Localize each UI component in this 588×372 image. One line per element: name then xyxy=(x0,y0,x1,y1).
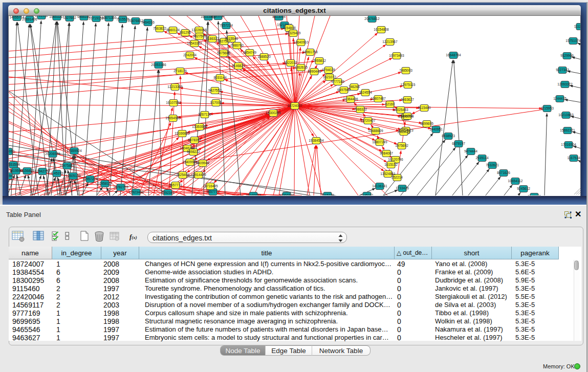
svg-text:252214: 252214 xyxy=(391,176,403,179)
svg-text:15716485: 15716485 xyxy=(203,184,218,188)
svg-text:10653267: 10653267 xyxy=(49,16,64,18)
svg-text:3915941: 3915941 xyxy=(9,174,15,178)
svg-text:1527602: 1527602 xyxy=(63,16,76,19)
svg-text:16961758: 16961758 xyxy=(302,50,318,54)
svg-text:9115460: 9115460 xyxy=(418,106,431,110)
svg-text:97366946: 97366946 xyxy=(279,193,294,195)
svg-text:16543362: 16543362 xyxy=(187,41,202,45)
svg-text:17016504: 17016504 xyxy=(561,143,576,146)
svg-text:9777169: 9777169 xyxy=(331,80,344,83)
svg-text:10210663: 10210663 xyxy=(558,113,574,117)
svg-text:7135241: 7135241 xyxy=(360,193,374,195)
svg-text:10046788: 10046788 xyxy=(180,146,195,150)
svg-text:10973493: 10973493 xyxy=(389,54,404,57)
svg-text:1362615: 1362615 xyxy=(294,65,308,69)
svg-text:1145193: 1145193 xyxy=(50,171,63,175)
svg-text:7986322: 7986322 xyxy=(354,107,367,111)
svg-text:8660124: 8660124 xyxy=(166,28,180,32)
svg-text:8990448: 8990448 xyxy=(308,70,321,73)
svg-text:7515526: 7515526 xyxy=(116,17,129,21)
svg-text:9427552: 9427552 xyxy=(208,89,222,92)
svg-text:12213967: 12213967 xyxy=(382,40,398,43)
svg-text:16120746: 16120746 xyxy=(388,158,403,161)
svg-text:15720407: 15720407 xyxy=(360,119,376,122)
svg-text:9227343: 9227343 xyxy=(556,68,569,72)
svg-text:13353594: 13353594 xyxy=(192,125,207,128)
svg-text:8454749: 8454749 xyxy=(243,51,256,54)
svg-text:1244415: 1244415 xyxy=(553,97,567,100)
svg-text:11156829: 11156829 xyxy=(20,169,35,172)
svg-text:8131054: 8131054 xyxy=(211,16,225,18)
svg-text:19166825: 19166825 xyxy=(175,132,190,135)
svg-text:6899695: 6899695 xyxy=(420,122,433,125)
svg-text:1615152: 1615152 xyxy=(384,163,398,166)
svg-text:10654112: 10654112 xyxy=(508,179,523,183)
svg-text:3215953: 3215953 xyxy=(540,106,554,110)
svg-text:14136141: 14136141 xyxy=(372,184,387,188)
svg-text:13226058: 13226058 xyxy=(191,28,207,32)
svg-text:5535061: 5535061 xyxy=(9,149,15,153)
svg-text:16671355: 16671355 xyxy=(101,16,117,19)
svg-text:6497568: 6497568 xyxy=(337,88,351,92)
svg-text:9464316: 9464316 xyxy=(141,20,155,24)
svg-text:14914479: 14914479 xyxy=(191,173,206,177)
svg-text:1975692: 1975692 xyxy=(395,144,408,147)
svg-text:2718176: 2718176 xyxy=(173,69,187,73)
svg-text:11325419: 11325419 xyxy=(286,31,301,35)
svg-text:7625402: 7625402 xyxy=(176,173,189,177)
svg-text:6794028: 6794028 xyxy=(322,68,335,72)
svg-text:16107552: 16107552 xyxy=(166,101,181,104)
svg-text:917006: 917006 xyxy=(210,101,222,104)
svg-text:20206576: 20206576 xyxy=(45,152,60,156)
svg-text:9657771: 9657771 xyxy=(206,190,220,193)
svg-text:17957225: 17957225 xyxy=(82,177,98,181)
svg-text:9245032: 9245032 xyxy=(528,194,541,195)
svg-text:9815546: 9815546 xyxy=(225,37,238,40)
svg-text:1621072: 1621072 xyxy=(323,75,336,79)
svg-text:19384554: 19384554 xyxy=(309,139,324,142)
svg-text:3624554: 3624554 xyxy=(359,91,372,94)
svg-text:19654985: 19654985 xyxy=(165,116,181,120)
svg-text:9245612: 9245612 xyxy=(517,187,530,190)
svg-text:3267130: 3267130 xyxy=(198,113,211,116)
svg-text:10958117: 10958117 xyxy=(98,182,113,185)
svg-text:2986760: 2986760 xyxy=(230,43,244,47)
svg-text:8813054: 8813054 xyxy=(272,16,286,18)
svg-text:16648784: 16648784 xyxy=(446,53,461,57)
svg-text:9657771: 9657771 xyxy=(169,183,182,187)
svg-text:18807249: 18807249 xyxy=(372,140,387,144)
svg-text:1588520: 1588520 xyxy=(257,55,271,58)
svg-text:7857224: 7857224 xyxy=(220,24,233,27)
svg-text:10807487: 10807487 xyxy=(371,97,386,100)
svg-text:5409948: 5409948 xyxy=(196,161,209,165)
svg-text:15692371: 15692371 xyxy=(560,128,575,132)
svg-text:5875685: 5875685 xyxy=(217,51,230,55)
svg-text:8938923: 8938923 xyxy=(442,134,455,138)
svg-text:10975887: 10975887 xyxy=(59,164,75,167)
svg-text:8031144: 8031144 xyxy=(213,76,227,79)
svg-text:12505135: 12505135 xyxy=(66,174,81,178)
svg-text:20691406: 20691406 xyxy=(22,17,37,21)
svg-text:9329966: 9329966 xyxy=(560,54,574,57)
svg-text:13640910: 13640910 xyxy=(293,40,309,44)
svg-text:18724007: 18724007 xyxy=(287,104,302,107)
svg-text:1965423: 1965423 xyxy=(397,130,410,134)
svg-text:2935114: 2935114 xyxy=(475,156,489,160)
svg-text:7955812: 7955812 xyxy=(313,59,326,62)
svg-text:7632621: 7632621 xyxy=(486,163,499,167)
svg-text:7563822: 7563822 xyxy=(153,27,166,30)
svg-text:18300295: 18300295 xyxy=(266,111,281,115)
svg-text:6878352: 6878352 xyxy=(188,138,201,142)
svg-text:20053346: 20053346 xyxy=(151,63,166,67)
svg-text:2242004: 2242004 xyxy=(183,53,197,57)
svg-text:9084067: 9084067 xyxy=(380,151,393,155)
svg-text:13524851: 13524851 xyxy=(380,172,396,176)
svg-text:15409948: 15409948 xyxy=(182,160,198,164)
svg-text:1733426: 1733426 xyxy=(396,186,409,190)
svg-text:10688609: 10688609 xyxy=(368,129,383,133)
svg-text:12213369: 12213369 xyxy=(167,85,183,89)
svg-text:1741952: 1741952 xyxy=(35,16,48,17)
svg-text:9463627: 9463627 xyxy=(401,98,414,101)
svg-text:17359924: 17359924 xyxy=(67,149,82,152)
svg-text:12942757: 12942757 xyxy=(35,169,50,173)
